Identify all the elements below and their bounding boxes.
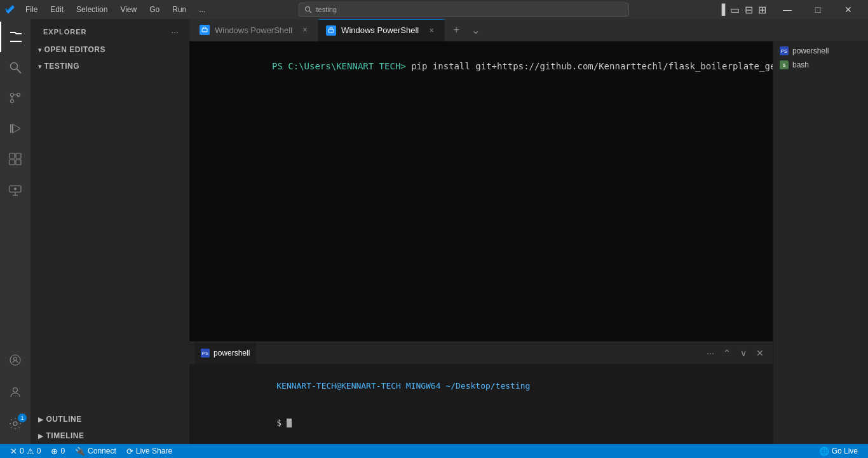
tab-2[interactable]: Windows PowerShell ×: [318, 19, 445, 41]
terminal-more-button[interactable]: ···: [703, 345, 718, 361]
activity-item-extensions[interactable]: [0, 144, 31, 174]
minimize-button[interactable]: —: [773, 0, 802, 19]
terminal-line-1: PS C:\Users\KENNART TECH> pip install gi…: [197, 46, 765, 87]
layout-icon[interactable]: ⊞: [758, 4, 766, 16]
terminal-sub-content[interactable]: KENNART-TECH@KENNART-TECH MINGW64 ~/Desk…: [189, 364, 773, 444]
status-connect[interactable]: 🔌 Connect: [70, 444, 121, 458]
source-control-icon: [8, 91, 22, 105]
outline-label: Outline: [46, 415, 82, 424]
close-button[interactable]: ✕: [834, 0, 863, 19]
svg-marker-7: [13, 124, 20, 133]
vscode-logo-icon: [5, 4, 15, 15]
timeline-section: ▶ Timeline: [31, 427, 189, 444]
tab-1-icon: [200, 25, 210, 35]
activity-item-remote[interactable]: [0, 174, 31, 205]
activity-item-settings[interactable]: 1: [0, 408, 31, 439]
sidebar-more-button[interactable]: ···: [168, 25, 182, 39]
menu-go[interactable]: Go: [144, 4, 165, 15]
shell-powershell[interactable]: PS powershell: [773, 44, 868, 58]
bash-dollar: $: [276, 418, 287, 427]
testing-chevron-icon: ▾: [38, 63, 42, 70]
github-icon: [8, 353, 22, 367]
bash-prompt: KENNART-TECH@KENNART-TECH MINGW64 ~/Desk…: [276, 381, 530, 391]
powershell-icon: PS: [780, 46, 789, 55]
bash-icon: $: [780, 60, 789, 69]
extensions-icon: [8, 152, 22, 166]
sidebar: Explorer ··· ▾ Open Editors ▾ Testing ▶ …: [31, 19, 189, 444]
status-notifications[interactable]: ⊕ 0: [46, 444, 70, 458]
connect-icon: 🔌: [75, 447, 85, 456]
svg-line-1: [309, 11, 311, 13]
split-editor-icon[interactable]: ⊟: [745, 4, 753, 16]
terminal-close-button[interactable]: ✕: [752, 345, 768, 361]
terminal-down-button[interactable]: ∨: [736, 345, 751, 361]
tab-2-close[interactable]: ×: [426, 25, 437, 36]
svg-rect-10: [10, 153, 15, 158]
menu-file[interactable]: File: [20, 4, 43, 15]
svg-rect-9: [12, 124, 13, 133]
search-bar[interactable]: testing: [299, 3, 629, 17]
svg-point-2: [11, 63, 18, 70]
tab-1-close[interactable]: ×: [300, 25, 310, 35]
tab-bar-actions: + ⌄: [447, 21, 484, 39]
svg-rect-11: [16, 153, 21, 158]
sidebar-actions: ···: [168, 25, 182, 39]
status-errors-warnings[interactable]: ✕ 0 ⚠ 0: [5, 444, 46, 458]
tab-dropdown-button[interactable]: ⌄: [466, 21, 484, 39]
outline-chevron-icon: ▶: [38, 416, 44, 423]
menu-run[interactable]: Run: [167, 4, 191, 15]
status-left: ✕ 0 ⚠ 0 ⊕ 0 🔌 Connect ⟳ Live Share: [5, 444, 177, 458]
editor-area: Windows PowerShell × Windows PowerShell …: [189, 19, 868, 444]
bash-cursor: [287, 419, 292, 427]
remote-explorer-icon: [8, 183, 22, 197]
activity-item-search[interactable]: [0, 52, 31, 83]
maximize-button[interactable]: □: [803, 0, 832, 19]
menu-edit[interactable]: Edit: [45, 4, 69, 15]
timeline-header[interactable]: ▶ Timeline: [31, 429, 189, 443]
svg-point-0: [306, 7, 310, 11]
terminal-command: pip install git+https://github.com/Kenna…: [406, 61, 773, 71]
svg-point-19: [14, 357, 17, 361]
terminal-tab-powershell[interactable]: PS powershell: [194, 342, 256, 364]
activity-bar: 1: [0, 19, 31, 444]
activity-item-source-control[interactable]: [0, 83, 31, 113]
status-live-share[interactable]: ⟳ Live Share: [121, 444, 177, 458]
menu-more[interactable]: ...: [194, 4, 210, 15]
activity-item-explorer[interactable]: [0, 22, 31, 52]
timeline-chevron-icon: ▶: [38, 433, 44, 440]
outline-header[interactable]: ▶ Outline: [31, 412, 189, 426]
warning-icon: ⚠: [27, 447, 34, 456]
new-tab-button[interactable]: +: [447, 21, 465, 39]
live-share-icon: ⟳: [126, 447, 133, 456]
svg-point-4: [11, 94, 14, 97]
activity-item-run-debug[interactable]: [0, 113, 31, 144]
activity-bottom: 1: [0, 345, 31, 444]
status-go-live[interactable]: 🌐 Go Live: [814, 444, 863, 458]
sidebar-toggle-icon[interactable]: ▐: [718, 4, 725, 15]
explorer-icon: [8, 29, 24, 45]
title-bar-menu: File Edit Selection View Go Run ...: [20, 4, 210, 15]
terminal-up-button[interactable]: ⌃: [719, 345, 735, 361]
activity-item-github[interactable]: [0, 345, 31, 375]
side-panel: PS powershell $ bash: [773, 41, 868, 444]
tab-1-label: Windows PowerShell: [215, 25, 292, 35]
open-editors-header[interactable]: ▾ Open Editors: [31, 43, 189, 57]
menu-view[interactable]: View: [115, 4, 142, 15]
svg-point-21: [13, 422, 17, 426]
title-bar-icons: ▐ ▭ ⊟ ⊞: [718, 4, 766, 16]
tab-1[interactable]: Windows PowerShell ×: [192, 19, 318, 41]
activity-item-account[interactable]: [0, 377, 31, 407]
title-bar-center: testing: [210, 3, 717, 17]
menu-selection[interactable]: Selection: [71, 4, 112, 15]
shell-bash[interactable]: $ bash: [773, 58, 868, 72]
tab-2-icon: [326, 25, 336, 36]
title-bar-right: ▐ ▭ ⊟ ⊞ — □ ✕: [718, 0, 863, 19]
search-icon: [8, 60, 22, 74]
terminal-content[interactable]: PS C:\Users\KENNART TECH> pip install gi…: [189, 41, 773, 342]
terminal-tab-bar: PS powershell ··· ⌃ ∨ ✕: [189, 342, 773, 364]
terminal-area-wrapper: PS C:\Users\KENNART TECH> pip install gi…: [189, 41, 868, 444]
panel-toggle-icon[interactable]: ▭: [730, 4, 740, 16]
bash-prompt-line: KENNART-TECH@KENNART-TECH MINGW64 ~/Desk…: [197, 367, 765, 405]
svg-line-3: [17, 69, 22, 74]
testing-section-header[interactable]: ▾ Testing: [31, 59, 189, 73]
